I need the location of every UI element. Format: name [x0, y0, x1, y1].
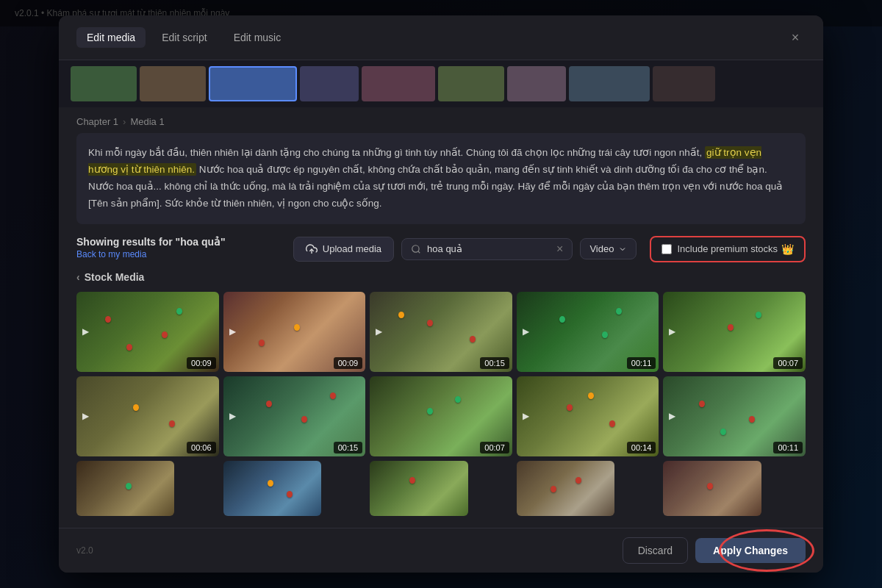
media-item-11[interactable]	[76, 461, 174, 516]
svg-line-2	[418, 251, 420, 254]
thumb-overlay-3: 00:15	[370, 292, 512, 372]
timeline-thumb-1[interactable]	[71, 66, 137, 101]
upload-icon	[306, 243, 318, 255]
script-text-before: Khi mỗi ngày bắt đầu, thiên nhiên lại dà…	[88, 147, 705, 158]
media-item-7[interactable]: ▶ 00:15	[223, 376, 366, 456]
media-item-3[interactable]: ▶ 00:15	[370, 292, 512, 372]
timeline-thumb-4[interactable]	[300, 66, 359, 101]
thumb-overlay-9: 00:14	[517, 376, 659, 456]
modal: Edit media Edit script Edit music × Chap…	[59, 15, 823, 573]
results-label: Showing results for "hoa quả"	[76, 236, 226, 248]
search-input[interactable]	[427, 243, 551, 254]
crown-icon: 👑	[781, 243, 794, 255]
section-title-text: Stock Media	[85, 271, 145, 283]
upload-media-button[interactable]: Upload media	[293, 237, 394, 262]
thumb-overlay-11	[76, 461, 174, 516]
back-to-my-media-link[interactable]: Back to my media	[76, 249, 226, 259]
thumb-overlay-1: 00:09	[76, 292, 219, 372]
breadcrumb: Chapter 1 › Media 1	[76, 107, 806, 133]
media-item-6[interactable]: ▶ 00:06	[76, 376, 219, 456]
timeline-thumb-5[interactable]	[362, 66, 435, 101]
premium-checkbox[interactable]	[662, 244, 672, 254]
media-item-1[interactable]: ▶ 00:09	[76, 292, 219, 372]
tab-edit-music[interactable]: Edit music	[223, 27, 292, 48]
modal-footer: v2.0 Discard Apply Changes	[59, 528, 823, 573]
media-item-15[interactable]	[663, 461, 761, 516]
search-icon	[411, 244, 421, 254]
search-clear-button[interactable]: ×	[556, 243, 563, 255]
section-title: ‹ Stock Media	[76, 265, 806, 292]
tab-edit-media[interactable]: Edit media	[76, 27, 146, 48]
upload-media-label: Upload media	[323, 243, 381, 254]
media-item-10[interactable]: ▶ 00:11	[663, 376, 806, 456]
svg-point-1	[412, 245, 419, 252]
duration-3: 00:15	[480, 357, 509, 369]
duration-2: 00:09	[334, 357, 363, 369]
duration-10: 00:11	[773, 442, 803, 453]
chevron-left-icon[interactable]: ‹	[76, 271, 80, 283]
thumb-overlay-6: 00:06	[76, 376, 219, 456]
breadcrumb-sep: ›	[123, 116, 126, 127]
thumb-overlay-7: 00:15	[223, 376, 366, 456]
media-item-14[interactable]	[517, 461, 614, 516]
search-input-wrapper: ×	[401, 238, 573, 260]
media-item-13[interactable]	[370, 461, 467, 516]
timeline-thumb-9[interactable]	[653, 66, 715, 101]
timeline-thumb-6[interactable]	[438, 66, 504, 101]
thumb-overlay-2: 00:09	[223, 292, 366, 372]
apply-changes-button[interactable]: Apply Changes	[695, 538, 806, 563]
timeline-thumb-7[interactable]	[507, 66, 566, 101]
media-item-12[interactable]	[223, 461, 321, 516]
premium-text: Include premium stocks	[677, 243, 778, 254]
duration-9: 00:14	[627, 442, 656, 453]
duration-7: 00:15	[334, 442, 363, 453]
modal-header: Edit media Edit script Edit music ×	[59, 15, 823, 60]
filter-label: Video	[589, 243, 614, 254]
script-text-area: Khi mỗi ngày bắt đầu, thiên nhiên lại dà…	[76, 133, 806, 224]
close-button[interactable]: ×	[785, 27, 806, 48]
premium-checkbox-container: Include premium stocks 👑	[650, 236, 806, 262]
footer-buttons: Discard Apply Changes	[623, 537, 806, 564]
modal-content: Chapter 1 › Media 1 Khi mỗi ngày bắt đầu…	[59, 107, 823, 528]
timeline-thumb-2[interactable]	[140, 66, 206, 101]
results-row: Showing results for "hoa quả" Back to my…	[76, 236, 806, 262]
thumb-overlay-8: 00:07	[370, 376, 512, 456]
discard-button[interactable]: Discard	[623, 537, 688, 564]
thumb-overlay-4: 00:11	[517, 292, 659, 372]
thumb-overlay-5: 00:07	[663, 292, 806, 372]
media-item-2[interactable]: ▶ 00:09	[223, 292, 366, 372]
thumb-overlay-15	[663, 461, 761, 516]
breadcrumb-media: Media 1	[130, 116, 164, 127]
breadcrumb-chapter: Chapter 1	[76, 116, 118, 127]
duration-1: 00:09	[187, 357, 216, 369]
thumb-overlay-14	[517, 461, 614, 516]
duration-6: 00:06	[187, 442, 216, 453]
media-item-4[interactable]: ▶ 00:11	[517, 292, 659, 372]
premium-label: Include premium stocks 👑	[677, 243, 794, 255]
modal-overlay: Edit media Edit script Edit music × Chap…	[0, 0, 882, 588]
chevron-down-icon	[618, 245, 627, 254]
duration-5: 00:07	[773, 357, 803, 369]
search-controls: Upload media × Video	[293, 236, 806, 262]
thumb-overlay-10: 00:11	[663, 376, 806, 456]
results-left: Showing results for "hoa quả" Back to my…	[76, 236, 226, 259]
duration-4: 00:11	[627, 357, 656, 369]
media-item-9[interactable]: ▶ 00:14	[517, 376, 659, 456]
tab-edit-script[interactable]: Edit script	[151, 27, 217, 48]
duration-8: 00:07	[480, 442, 509, 453]
timeline-thumb-3[interactable]	[209, 66, 297, 101]
media-item-5[interactable]: ▶ 00:07	[663, 292, 806, 372]
version-label: v2.0	[76, 545, 93, 556]
thumb-overlay-13	[370, 461, 467, 516]
media-grid: ▶ 00:09 ▶ 00:09	[76, 292, 806, 528]
thumb-overlay-12	[223, 461, 321, 516]
video-filter-dropdown[interactable]: Video	[580, 238, 637, 259]
media-item-8[interactable]: 00:07	[370, 376, 512, 456]
timeline-strip	[59, 60, 823, 107]
timeline-thumb-8[interactable]	[569, 66, 650, 101]
